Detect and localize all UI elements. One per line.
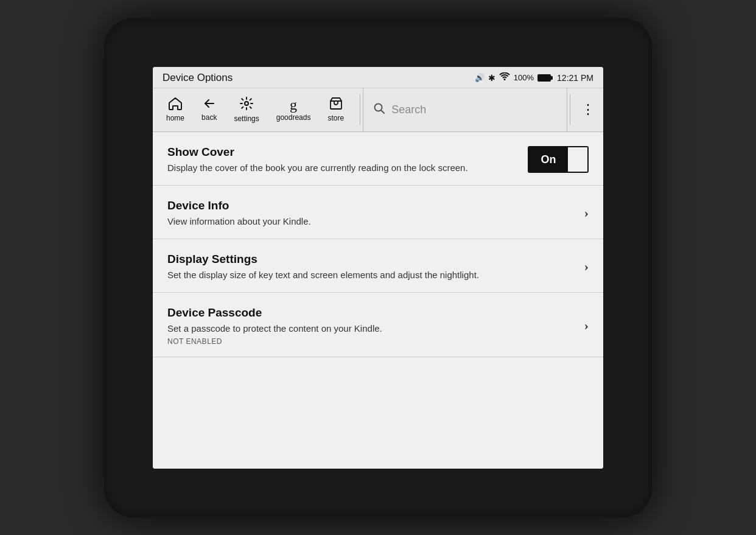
battery-percent: 100% — [514, 73, 534, 82]
more-icon: ⋮ — [581, 102, 595, 117]
kindle-screen: Device Options 🔊 ✱ 100% 12:21 PM — [153, 67, 603, 469]
settings-content: Show Cover Display the cover of the book… — [153, 132, 603, 469]
display-settings-left: Display Settings Set the display size of… — [167, 253, 584, 281]
device-passcode-item[interactable]: Device Passcode Set a passcode to protec… — [153, 293, 603, 357]
status-bar: Device Options 🔊 ✱ 100% 12:21 PM — [153, 67, 603, 88]
settings-icon — [239, 96, 254, 113]
bluetooth-icon: ✱ — [488, 73, 495, 83]
nav-goodreads[interactable]: g goodreads — [268, 94, 320, 125]
search-bar[interactable]: Search — [363, 88, 567, 131]
nav-settings[interactable]: settings — [225, 93, 267, 127]
search-placeholder: Search — [391, 103, 426, 116]
toggle-on-label: On — [529, 147, 568, 172]
nav-back[interactable]: back — [193, 94, 225, 125]
home-icon — [168, 97, 183, 113]
show-cover-left: Show Cover Display the cover of the book… — [167, 145, 528, 174]
more-menu-button[interactable]: ⋮ — [573, 88, 603, 131]
device-passcode-left: Device Passcode Set a passcode to protec… — [167, 306, 584, 346]
display-settings-description: Set the display size of key text and scr… — [167, 268, 575, 281]
goodreads-label: goodreads — [276, 113, 311, 122]
nav-bar: home back — [153, 88, 603, 132]
device-info-item[interactable]: Device Info View information about your … — [153, 186, 603, 239]
time-display: 12:21 PM — [557, 73, 593, 83]
device-passcode-title: Device Passcode — [167, 306, 575, 320]
store-label: store — [327, 114, 344, 122]
svg-point-0 — [503, 79, 505, 80]
store-icon — [329, 97, 343, 113]
device-passcode-description: Set a passcode to protect the content on… — [167, 322, 575, 335]
svg-point-1 — [245, 102, 248, 105]
nav-items: home back — [153, 93, 357, 127]
nav-divider-1 — [360, 94, 360, 125]
device-info-title: Device Info — [167, 199, 575, 212]
nav-divider-2 — [570, 94, 570, 125]
back-label: back — [201, 113, 217, 122]
display-settings-title: Display Settings — [167, 253, 575, 266]
device-passcode-chevron: › — [584, 318, 589, 334]
settings-label: settings — [234, 114, 259, 123]
display-settings-chevron: › — [584, 259, 589, 274]
toggle-off-area — [568, 147, 587, 172]
show-cover-toggle[interactable]: On — [528, 146, 589, 173]
back-icon — [203, 97, 216, 112]
home-label: home — [166, 114, 184, 122]
wifi-icon — [499, 72, 510, 83]
kindle-device: Device Options 🔊 ✱ 100% 12:21 PM — [104, 18, 652, 517]
goodreads-icon: g — [290, 97, 297, 112]
page-title: Device Options — [163, 72, 233, 84]
show-cover-title: Show Cover — [167, 145, 518, 159]
volume-icon: 🔊 — [475, 73, 485, 82]
device-info-chevron: › — [584, 205, 589, 221]
search-icon — [373, 102, 385, 117]
show-cover-description: Display the cover of the book you are cu… — [167, 161, 518, 174]
status-icons: 🔊 ✱ 100% 12:21 PM — [475, 72, 593, 83]
display-settings-item[interactable]: Display Settings Set the display size of… — [153, 239, 603, 293]
nav-store[interactable]: store — [319, 93, 352, 126]
battery-icon — [537, 74, 551, 82]
device-passcode-status: NOT ENABLED — [167, 337, 575, 346]
nav-home[interactable]: home — [158, 93, 193, 126]
device-info-left: Device Info View information about your … — [167, 199, 584, 228]
show-cover-item[interactable]: Show Cover Display the cover of the book… — [153, 132, 603, 186]
device-info-description: View information about your Kindle. — [167, 215, 575, 228]
